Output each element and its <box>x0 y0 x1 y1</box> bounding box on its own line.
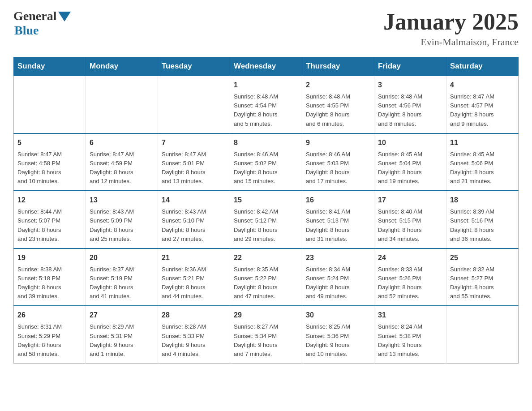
calendar-day-cell: 27Sunrise: 8:29 AMSunset: 5:31 PMDayligh… <box>86 306 158 363</box>
day-info: Sunrise: 8:44 AMSunset: 5:07 PMDaylight:… <box>17 207 82 244</box>
calendar-day-cell: 29Sunrise: 8:27 AMSunset: 5:34 PMDayligh… <box>230 306 302 363</box>
day-info: Sunrise: 8:34 AMSunset: 5:24 PMDaylight:… <box>306 265 370 301</box>
calendar-day-cell: 18Sunrise: 8:39 AMSunset: 5:16 PMDayligh… <box>446 191 519 248</box>
calendar-day-cell: 16Sunrise: 8:41 AMSunset: 5:13 PMDayligh… <box>302 191 374 248</box>
calendar-day-cell: 3Sunrise: 8:48 AMSunset: 4:56 PMDaylight… <box>374 76 446 133</box>
day-of-week-header: Saturday <box>446 57 519 76</box>
calendar-day-cell: 14Sunrise: 8:43 AMSunset: 5:10 PMDayligh… <box>158 191 230 248</box>
calendar-body: 1Sunrise: 8:48 AMSunset: 4:54 PMDaylight… <box>14 76 519 363</box>
day-info: Sunrise: 8:25 AMSunset: 5:36 PMDaylight:… <box>306 322 370 359</box>
calendar-day-cell: 11Sunrise: 8:45 AMSunset: 5:06 PMDayligh… <box>446 133 519 191</box>
title-section: January 2025 Evin-Malmaison, France <box>383 9 519 48</box>
calendar-header: SundayMondayTuesdayWednesdayThursdayFrid… <box>14 57 519 76</box>
day-number: 24 <box>378 253 442 263</box>
day-info: Sunrise: 8:45 AMSunset: 5:04 PMDaylight:… <box>378 150 442 186</box>
day-number: 18 <box>450 195 515 206</box>
day-number: 29 <box>234 310 298 321</box>
day-of-week-header: Thursday <box>302 57 374 76</box>
calendar-day-cell: 2Sunrise: 8:48 AMSunset: 4:55 PMDaylight… <box>302 76 374 133</box>
day-number: 27 <box>90 310 154 321</box>
calendar-week-row: 26Sunrise: 8:31 AMSunset: 5:29 PMDayligh… <box>14 306 519 363</box>
logo-blue-text: Blue <box>14 23 39 38</box>
day-number: 30 <box>306 310 370 321</box>
logo-general-text: General <box>13 9 56 23</box>
calendar-day-cell: 28Sunrise: 8:28 AMSunset: 5:33 PMDayligh… <box>158 306 230 363</box>
day-info: Sunrise: 8:47 AMSunset: 4:57 PMDaylight:… <box>450 92 515 128</box>
page-header: General Blue January 2025 Evin-Malmaison… <box>13 9 519 48</box>
day-info: Sunrise: 8:41 AMSunset: 5:13 PMDaylight:… <box>306 207 370 244</box>
calendar-day-cell: 5Sunrise: 8:47 AMSunset: 4:58 PMDaylight… <box>14 133 86 191</box>
calendar-day-cell: 31Sunrise: 8:24 AMSunset: 5:38 PMDayligh… <box>374 306 446 363</box>
calendar-title: January 2025 <box>383 9 519 34</box>
day-of-week-header: Tuesday <box>158 57 230 76</box>
day-number: 7 <box>162 137 226 148</box>
day-info: Sunrise: 8:36 AMSunset: 5:21 PMDaylight:… <box>162 265 226 301</box>
calendar-week-row: 1Sunrise: 8:48 AMSunset: 4:54 PMDaylight… <box>14 76 519 133</box>
day-number: 11 <box>450 137 515 148</box>
day-info: Sunrise: 8:33 AMSunset: 5:26 PMDaylight:… <box>378 265 442 301</box>
calendar-week-row: 19Sunrise: 8:38 AMSunset: 5:18 PMDayligh… <box>14 248 519 306</box>
day-info: Sunrise: 8:47 AMSunset: 4:59 PMDaylight:… <box>90 150 154 186</box>
day-info: Sunrise: 8:48 AMSunset: 4:56 PMDaylight:… <box>378 92 442 128</box>
day-info: Sunrise: 8:35 AMSunset: 5:22 PMDaylight:… <box>234 265 298 301</box>
calendar-day-cell: 4Sunrise: 8:47 AMSunset: 4:57 PMDaylight… <box>446 76 519 133</box>
calendar-day-cell: 6Sunrise: 8:47 AMSunset: 4:59 PMDaylight… <box>86 133 158 191</box>
day-number: 9 <box>306 137 370 148</box>
calendar-day-cell: 15Sunrise: 8:42 AMSunset: 5:12 PMDayligh… <box>230 191 302 248</box>
calendar-day-cell: 26Sunrise: 8:31 AMSunset: 5:29 PMDayligh… <box>14 306 86 363</box>
days-of-week-row: SundayMondayTuesdayWednesdayThursdayFrid… <box>14 57 519 76</box>
calendar-day-cell <box>14 76 86 133</box>
logo-triangle-icon <box>58 12 71 21</box>
day-number: 26 <box>17 310 82 321</box>
day-of-week-header: Monday <box>86 57 158 76</box>
calendar-day-cell <box>158 76 230 133</box>
day-number: 13 <box>90 195 154 206</box>
day-number: 17 <box>378 195 442 206</box>
day-number: 22 <box>234 253 298 263</box>
calendar-day-cell: 7Sunrise: 8:47 AMSunset: 5:01 PMDaylight… <box>158 133 230 191</box>
calendar-day-cell: 8Sunrise: 8:46 AMSunset: 5:02 PMDaylight… <box>230 133 302 191</box>
day-number: 19 <box>17 253 82 263</box>
calendar-day-cell: 23Sunrise: 8:34 AMSunset: 5:24 PMDayligh… <box>302 248 374 306</box>
day-info: Sunrise: 8:31 AMSunset: 5:29 PMDaylight:… <box>17 322 82 359</box>
day-info: Sunrise: 8:32 AMSunset: 5:27 PMDaylight:… <box>450 265 515 301</box>
day-of-week-header: Sunday <box>14 57 86 76</box>
day-info: Sunrise: 8:40 AMSunset: 5:15 PMDaylight:… <box>378 207 442 244</box>
day-number: 4 <box>450 80 515 90</box>
day-of-week-header: Friday <box>374 57 446 76</box>
day-info: Sunrise: 8:37 AMSunset: 5:19 PMDaylight:… <box>90 265 154 301</box>
day-number: 31 <box>378 310 442 321</box>
day-number: 12 <box>17 195 82 206</box>
day-info: Sunrise: 8:43 AMSunset: 5:09 PMDaylight:… <box>90 207 154 244</box>
calendar-day-cell: 25Sunrise: 8:32 AMSunset: 5:27 PMDayligh… <box>446 248 519 306</box>
day-number: 5 <box>17 137 82 148</box>
calendar-day-cell: 20Sunrise: 8:37 AMSunset: 5:19 PMDayligh… <box>86 248 158 306</box>
calendar-day-cell: 21Sunrise: 8:36 AMSunset: 5:21 PMDayligh… <box>158 248 230 306</box>
day-info: Sunrise: 8:38 AMSunset: 5:18 PMDaylight:… <box>17 265 82 301</box>
day-number: 20 <box>90 253 154 263</box>
day-number: 25 <box>450 253 515 263</box>
day-number: 28 <box>162 310 226 321</box>
day-info: Sunrise: 8:45 AMSunset: 5:06 PMDaylight:… <box>450 150 515 186</box>
calendar-day-cell: 19Sunrise: 8:38 AMSunset: 5:18 PMDayligh… <box>14 248 86 306</box>
calendar-week-row: 5Sunrise: 8:47 AMSunset: 4:58 PMDaylight… <box>14 133 519 191</box>
day-info: Sunrise: 8:27 AMSunset: 5:34 PMDaylight:… <box>234 322 298 359</box>
day-info: Sunrise: 8:47 AMSunset: 5:01 PMDaylight:… <box>162 150 226 186</box>
calendar-day-cell: 24Sunrise: 8:33 AMSunset: 5:26 PMDayligh… <box>374 248 446 306</box>
calendar-day-cell: 9Sunrise: 8:46 AMSunset: 5:03 PMDaylight… <box>302 133 374 191</box>
day-number: 3 <box>378 80 442 90</box>
calendar-day-cell: 13Sunrise: 8:43 AMSunset: 5:09 PMDayligh… <box>86 191 158 248</box>
day-info: Sunrise: 8:42 AMSunset: 5:12 PMDaylight:… <box>234 207 298 244</box>
day-info: Sunrise: 8:28 AMSunset: 5:33 PMDaylight:… <box>162 322 226 359</box>
day-info: Sunrise: 8:39 AMSunset: 5:16 PMDaylight:… <box>450 207 515 244</box>
day-number: 15 <box>234 195 298 206</box>
calendar-day-cell <box>446 306 519 363</box>
calendar-day-cell: 30Sunrise: 8:25 AMSunset: 5:36 PMDayligh… <box>302 306 374 363</box>
day-number: 23 <box>306 253 370 263</box>
calendar-table: SundayMondayTuesdayWednesdayThursdayFrid… <box>13 57 519 364</box>
calendar-week-row: 12Sunrise: 8:44 AMSunset: 5:07 PMDayligh… <box>14 191 519 248</box>
calendar-day-cell: 22Sunrise: 8:35 AMSunset: 5:22 PMDayligh… <box>230 248 302 306</box>
day-number: 8 <box>234 137 298 148</box>
day-info: Sunrise: 8:43 AMSunset: 5:10 PMDaylight:… <box>162 207 226 244</box>
day-info: Sunrise: 8:24 AMSunset: 5:38 PMDaylight:… <box>378 322 442 359</box>
